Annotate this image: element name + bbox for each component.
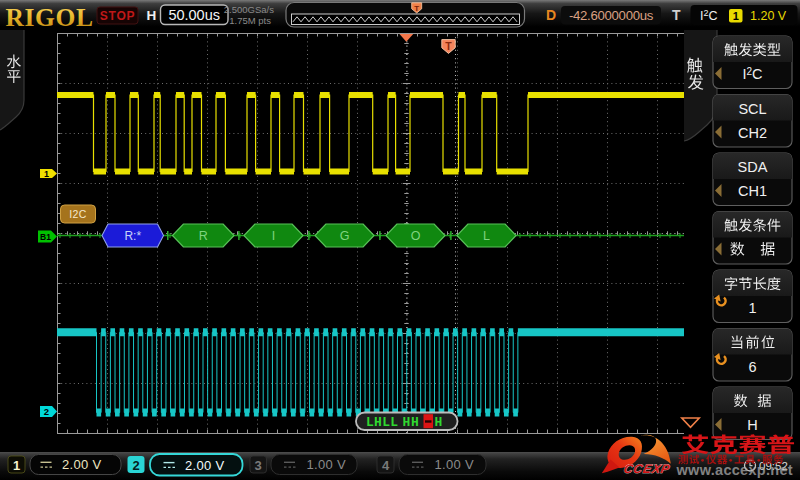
svg-text:CH1: CH1 [738, 183, 767, 199]
svg-text:1.00 V: 1.00 V [435, 457, 474, 472]
svg-text:1: 1 [733, 10, 739, 22]
svg-text:RIGOL: RIGOL [6, 3, 94, 32]
svg-text:2.500GSa/s: 2.500GSa/s [224, 4, 274, 15]
svg-text:LHLL: LHLL [366, 415, 398, 430]
svg-text:H: H [435, 415, 443, 430]
svg-text:1.00 V: 1.00 V [307, 457, 346, 472]
svg-text:1: 1 [44, 169, 49, 179]
svg-text:H: H [147, 8, 157, 23]
svg-text:I2C: I2C [700, 8, 718, 23]
svg-text:4: 4 [382, 458, 390, 473]
svg-text:2: 2 [44, 406, 49, 417]
svg-text:3: 3 [255, 458, 262, 473]
svg-text:G: G [340, 229, 350, 243]
svg-text:CH2: CH2 [738, 125, 767, 141]
svg-text:STOP: STOP [100, 9, 136, 23]
svg-text:CCEXP: CCEXP [622, 462, 671, 476]
svg-text:H: H [747, 417, 757, 433]
svg-text:I2C: I2C [742, 66, 762, 82]
svg-text:O: O [411, 229, 421, 243]
svg-text:1: 1 [748, 300, 756, 316]
svg-text:2.00 V: 2.00 V [62, 457, 101, 472]
svg-text:SCL: SCL [738, 101, 766, 117]
svg-text:www.accexp.net: www.accexp.net [676, 462, 793, 478]
svg-text:T: T [672, 7, 681, 23]
svg-text:I2C: I2C [69, 208, 87, 220]
svg-text:1.75M pts: 1.75M pts [229, 15, 271, 26]
svg-text:T: T [414, 4, 419, 13]
svg-text:R:*: R:* [124, 229, 141, 243]
svg-text:-42.6000000us: -42.6000000us [569, 8, 654, 23]
svg-text:2.00 V: 2.00 V [185, 458, 224, 473]
svg-text:SDA: SDA [738, 159, 768, 175]
svg-text:L: L [483, 229, 490, 243]
svg-text:HH: HH [403, 415, 420, 430]
svg-text:I: I [272, 229, 275, 243]
svg-text:D: D [546, 7, 556, 23]
svg-text:2: 2 [132, 458, 139, 473]
svg-text:50.00us: 50.00us [168, 7, 220, 23]
svg-text:1.20 V: 1.20 V [750, 9, 787, 23]
svg-text:R: R [199, 229, 208, 243]
svg-text:1: 1 [13, 458, 20, 473]
svg-text:B1: B1 [40, 232, 51, 242]
svg-text:T: T [445, 40, 452, 52]
svg-text:6: 6 [748, 359, 756, 375]
